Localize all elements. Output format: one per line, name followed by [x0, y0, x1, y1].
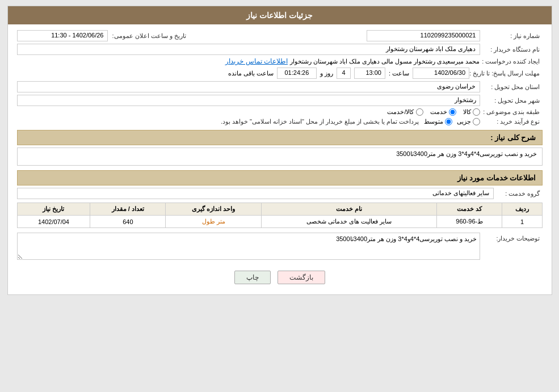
ostan-value: خراسان رضوی [17, 81, 480, 92]
services-title: اطلاعات خدمات مورد نیاز [457, 174, 536, 182]
description-val [17, 233, 480, 262]
nooe-motevaset-radio[interactable] [445, 118, 452, 125]
tabaqe-kala: کالا [463, 108, 480, 116]
nam-dastgah-value: دهیاری ملک اباد شهرستان رشتخوار [17, 44, 480, 55]
mohlat-label: مهلت ارسال پاسخ: تا تاریخ : [469, 70, 542, 77]
col-code: کد خدمت [437, 203, 502, 216]
nooe-motevaset: متوسط [424, 118, 452, 125]
cell-name: سایر فعالیت های خدماتی شخصی [261, 216, 436, 228]
group-label: گروه خدمت : [497, 190, 543, 197]
mohlat-row: مهلت ارسال پاسخ: تا تاریخ : 1402/06/30 س… [17, 68, 543, 79]
bottom-buttons: بازگشت چاپ [17, 264, 543, 289]
cell-unit: متر طول [166, 216, 262, 228]
nooe-group: جزیی متوسط پرداخت تمام یا بخشی از مبلغ خ… [17, 118, 480, 125]
mohlat-group: 1402/06/30 ساعت : 13:00 4 روز و 01:24:26… [17, 68, 470, 79]
shomara-niaz-label: شماره نیاز : [480, 32, 543, 40]
ijad-konande-row: ایجاد کننده درخواست : محمد میرسعیدی رشتخ… [17, 57, 543, 65]
cell-tedad: 640 [90, 216, 166, 228]
col-unit: واحد اندازه گیری [166, 203, 262, 216]
tarikh-label: تاریخ و ساعت اعلان عمومی: [110, 32, 188, 40]
cell-radif: 1 [502, 216, 542, 228]
mohlat-countdown-value: 01:24:26 [277, 68, 317, 79]
page-container: جزئیات اطلاعات نیاز شماره نیاز : 1102099… [7, 6, 552, 295]
ostan-label: استان محل تحویل : [480, 83, 543, 91]
tabaqe-khedmat: خدمت [430, 108, 456, 116]
sharh-box-wrap: خرید و نصب توریرسی4*4و4*3 وزن هر متر3400… [17, 147, 543, 166]
tabaqe-kala-khedmat-radio[interactable] [416, 108, 423, 116]
shomara-niaz-group: 1102099235000021 تاریخ و ساعت اعلان عموم… [17, 30, 480, 41]
tabaqe-khedmat-label: خدمت [430, 108, 447, 116]
nam-dastgah-label: نام دستگاه خریدار : [480, 46, 543, 53]
tabaqe-row: طبقه بندی موضوعی : کالا خدمت کالا/خدمت [17, 108, 543, 116]
tabaqe-kala-label: کالا [463, 108, 471, 116]
shahr-row: شهر محل تحویل : رشتخوار [17, 95, 543, 106]
content-area: شماره نیاز : 1102099235000021 تاریخ و سا… [8, 24, 552, 294]
page-title: جزئیات اطلاعات نیاز [246, 11, 313, 20]
shahr-val: رشتخوار [17, 95, 480, 106]
description-textarea[interactable] [17, 233, 480, 260]
nooe-description: پرداخت تمام یا بخشی از مبلغ خریدار از مح… [221, 118, 419, 125]
ijad-konande-label: ایجاد کننده درخواست : [480, 58, 543, 65]
ijad-konande-value: محمد میرسعیدی رشتخوار مسول مالی دهیاری م… [290, 58, 480, 65]
mohlat-rooz-value: 4 [337, 68, 351, 79]
ostan-val: خراسان رضوی [17, 81, 480, 92]
mohlat-mande-label: ساعت باقی مانده [228, 70, 274, 77]
mohlat-date-value: 1402/06/30 [413, 68, 469, 79]
services-table: ردیف کد خدمت نام خدمت واحد اندازه گیری ت… [17, 203, 543, 228]
nam-dastgah-val: دهیاری ملک اباد شهرستان رشتخوار [17, 44, 480, 55]
tabaqe-kala-radio[interactable] [473, 108, 480, 116]
mohlat-saat-label: ساعت : [389, 70, 409, 77]
tabaqe-khedmat-radio[interactable] [449, 108, 456, 116]
shomara-niaz-row: شماره نیاز : 1102099235000021 تاریخ و سا… [17, 30, 543, 41]
col-tarikh: تاریخ نیاز [17, 203, 90, 216]
nooe-farayand-label: نوع فرآیند خرید : [480, 118, 543, 125]
back-button[interactable]: بازگشت [278, 271, 325, 284]
mohlat-saat-value: 13:00 [354, 68, 385, 79]
print-button[interactable]: چاپ [234, 271, 271, 284]
contact-link[interactable]: اطلاعات تماس خریدار [225, 57, 288, 65]
shomara-niaz-value: 1102099235000021 [367, 30, 480, 41]
group-service-row: گروه خدمت : سایر فعالیتهای خدماتی [17, 188, 543, 199]
sharh-value: خرید و نصب توریرسی4*4و4*3 وزن هر متر3400… [17, 147, 543, 166]
mohlat-rooz-label: روز و [320, 70, 333, 77]
sharh-section-header: شرح کلی نیاز : [17, 130, 543, 145]
shahr-value: رشتخوار [17, 95, 480, 106]
ijad-konande-val: محمد میرسعیدی رشتخوار مسول مالی دهیاری م… [17, 57, 480, 65]
col-radif: ردیف [502, 203, 542, 216]
tabaqe-options: کالا خدمت کالا/خدمت [17, 108, 480, 116]
group-val-wrap: سایر فعالیتهای خدماتی [17, 188, 494, 199]
description-row: توضیحات خریدار: [17, 233, 543, 262]
nam-dastgah-row: نام دستگاه خریدار : دهیاری ملک اباد شهرس… [17, 44, 543, 55]
nooe-jozii-label: جزیی [457, 118, 471, 125]
tarikh-value: 1402/06/26 - 11:30 [17, 30, 108, 41]
description-label: توضیحات خریدار: [480, 233, 543, 242]
ostan-row: استان محل تحویل : خراسان رضوی [17, 81, 543, 92]
page-header: جزئیات اطلاعات نیاز [8, 6, 552, 24]
table-row: 1 ط-96-960 سایر فعالیت های خدماتی شخصی م… [17, 216, 542, 228]
group-value: سایر فعالیتهای خدماتی [17, 188, 494, 199]
col-name: نام خدمت [261, 203, 436, 216]
tabaqe-kala-khedmat: کالا/خدمت [387, 108, 423, 116]
nooe-jozii: جزیی [457, 118, 480, 125]
tabaqe-label: طبقه بندی موضوعی : [480, 108, 543, 116]
col-tedad: تعداد / مقدار [90, 203, 166, 216]
sharh-label: شرح کلی نیاز : [490, 133, 536, 142]
cell-tarikh: 1402/07/04 [17, 216, 90, 228]
cell-code: ط-96-960 [437, 216, 502, 228]
nooe-jozii-radio[interactable] [473, 118, 480, 125]
nooe-motevaset-label: متوسط [424, 118, 443, 125]
nooe-val: جزیی متوسط پرداخت تمام یا بخشی از مبلغ خ… [17, 118, 480, 125]
services-section-header: اطلاعات خدمات مورد نیاز [17, 170, 543, 186]
tabaqe-kala-khedmat-label: کالا/خدمت [387, 108, 414, 116]
nooe-farayand-row: نوع فرآیند خرید : جزیی متوسط پرداخت تمام… [17, 118, 543, 125]
shahr-label: شهر محل تحویل : [480, 97, 543, 104]
